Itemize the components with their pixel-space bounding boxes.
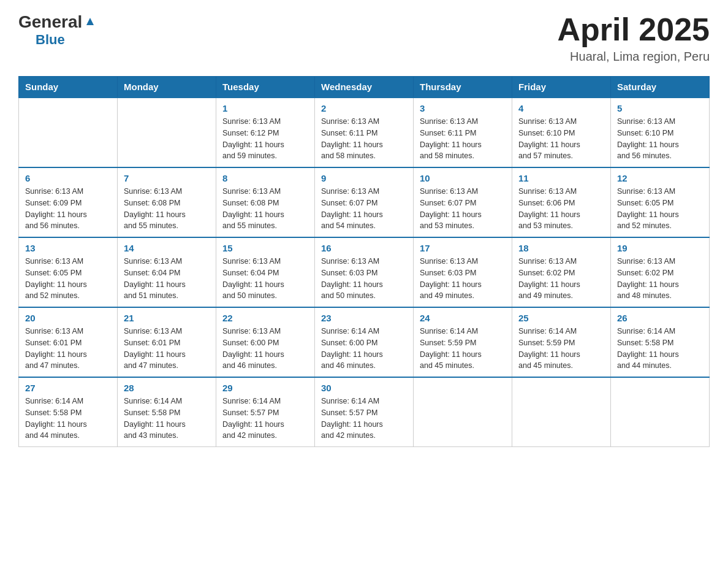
calendar-week-2: 6Sunrise: 6:13 AM Sunset: 6:09 PM Daylig… — [19, 167, 710, 237]
calendar-cell: 16Sunrise: 6:13 AM Sunset: 6:03 PM Dayli… — [315, 237, 414, 307]
day-number: 17 — [420, 243, 506, 253]
day-info: Sunrise: 6:13 AM Sunset: 6:05 PM Dayligh… — [25, 256, 111, 302]
day-number: 5 — [617, 103, 703, 113]
day-info: Sunrise: 6:13 AM Sunset: 6:12 PM Dayligh… — [222, 116, 308, 162]
weekday-header-monday: Monday — [118, 77, 216, 98]
calendar-cell: 26Sunrise: 6:14 AM Sunset: 5:58 PM Dayli… — [611, 307, 710, 377]
svg-marker-0 — [86, 18, 94, 25]
day-number: 6 — [25, 173, 111, 183]
day-info: Sunrise: 6:14 AM Sunset: 5:59 PM Dayligh… — [518, 326, 604, 372]
day-number: 28 — [124, 383, 210, 393]
calendar-cell: 25Sunrise: 6:14 AM Sunset: 5:59 PM Dayli… — [512, 307, 611, 377]
calendar-cell — [414, 377, 512, 447]
day-info: Sunrise: 6:14 AM Sunset: 5:57 PM Dayligh… — [321, 396, 407, 442]
calendar-cell: 14Sunrise: 6:13 AM Sunset: 6:04 PM Dayli… — [118, 237, 216, 307]
day-number: 2 — [321, 103, 407, 113]
day-number: 15 — [222, 243, 308, 253]
calendar-cell: 19Sunrise: 6:13 AM Sunset: 6:02 PM Dayli… — [611, 237, 710, 307]
weekday-header-friday: Friday — [512, 77, 611, 98]
day-number: 24 — [420, 313, 506, 323]
day-info: Sunrise: 6:13 AM Sunset: 6:07 PM Dayligh… — [321, 186, 407, 232]
calendar-cell: 8Sunrise: 6:13 AM Sunset: 6:08 PM Daylig… — [216, 167, 315, 237]
title-block: April 2025 Huaral, Lima region, Peru — [557, 12, 710, 64]
day-info: Sunrise: 6:13 AM Sunset: 6:04 PM Dayligh… — [222, 256, 308, 302]
weekday-header-sunday: Sunday — [19, 77, 118, 98]
weekday-header-wednesday: Wednesday — [315, 77, 414, 98]
calendar-header-row: SundayMondayTuesdayWednesdayThursdayFrid… — [19, 77, 710, 98]
day-info: Sunrise: 6:13 AM Sunset: 6:06 PM Dayligh… — [518, 186, 604, 232]
calendar-cell: 11Sunrise: 6:13 AM Sunset: 6:06 PM Dayli… — [512, 167, 611, 237]
calendar-cell — [118, 98, 216, 167]
calendar-week-3: 13Sunrise: 6:13 AM Sunset: 6:05 PM Dayli… — [19, 237, 710, 307]
day-number: 11 — [518, 173, 604, 183]
day-number: 18 — [518, 243, 604, 253]
day-number: 10 — [420, 173, 506, 183]
day-info: Sunrise: 6:13 AM Sunset: 6:03 PM Dayligh… — [321, 256, 407, 302]
day-info: Sunrise: 6:13 AM Sunset: 6:02 PM Dayligh… — [617, 256, 703, 302]
weekday-header-tuesday: Tuesday — [216, 77, 315, 98]
day-info: Sunrise: 6:13 AM Sunset: 6:05 PM Dayligh… — [617, 186, 703, 232]
calendar-cell: 13Sunrise: 6:13 AM Sunset: 6:05 PM Dayli… — [19, 237, 118, 307]
day-number: 26 — [617, 313, 703, 323]
calendar-cell: 21Sunrise: 6:13 AM Sunset: 6:01 PM Dayli… — [118, 307, 216, 377]
calendar-cell: 28Sunrise: 6:14 AM Sunset: 5:58 PM Dayli… — [118, 377, 216, 447]
calendar-cell: 20Sunrise: 6:13 AM Sunset: 6:01 PM Dayli… — [19, 307, 118, 377]
day-info: Sunrise: 6:13 AM Sunset: 6:01 PM Dayligh… — [124, 326, 210, 372]
day-info: Sunrise: 6:13 AM Sunset: 6:07 PM Dayligh… — [420, 186, 506, 232]
day-info: Sunrise: 6:13 AM Sunset: 6:10 PM Dayligh… — [617, 116, 703, 162]
day-info: Sunrise: 6:13 AM Sunset: 6:03 PM Dayligh… — [420, 256, 506, 302]
weekday-header-thursday: Thursday — [414, 77, 512, 98]
calendar-cell: 2Sunrise: 6:13 AM Sunset: 6:11 PM Daylig… — [315, 98, 414, 167]
day-info: Sunrise: 6:14 AM Sunset: 5:58 PM Dayligh… — [124, 396, 210, 442]
day-info: Sunrise: 6:13 AM Sunset: 6:00 PM Dayligh… — [222, 326, 308, 372]
day-number: 7 — [124, 173, 210, 183]
calendar-cell: 23Sunrise: 6:14 AM Sunset: 6:00 PM Dayli… — [315, 307, 414, 377]
day-info: Sunrise: 6:13 AM Sunset: 6:04 PM Dayligh… — [124, 256, 210, 302]
calendar-week-1: 1Sunrise: 6:13 AM Sunset: 6:12 PM Daylig… — [19, 98, 710, 167]
calendar-cell: 24Sunrise: 6:14 AM Sunset: 5:59 PM Dayli… — [414, 307, 512, 377]
day-number: 21 — [124, 313, 210, 323]
calendar-cell: 15Sunrise: 6:13 AM Sunset: 6:04 PM Dayli… — [216, 237, 315, 307]
logo-blue-text: Blue — [36, 32, 65, 48]
day-number: 1 — [222, 103, 308, 113]
calendar-cell: 30Sunrise: 6:14 AM Sunset: 5:57 PM Dayli… — [315, 377, 414, 447]
day-number: 23 — [321, 313, 407, 323]
day-info: Sunrise: 6:13 AM Sunset: 6:11 PM Dayligh… — [420, 116, 506, 162]
calendar-cell: 6Sunrise: 6:13 AM Sunset: 6:09 PM Daylig… — [19, 167, 118, 237]
day-number: 22 — [222, 313, 308, 323]
calendar-cell: 10Sunrise: 6:13 AM Sunset: 6:07 PM Dayli… — [414, 167, 512, 237]
day-info: Sunrise: 6:14 AM Sunset: 5:58 PM Dayligh… — [25, 396, 111, 442]
calendar-cell: 29Sunrise: 6:14 AM Sunset: 5:57 PM Dayli… — [216, 377, 315, 447]
day-info: Sunrise: 6:13 AM Sunset: 6:08 PM Dayligh… — [124, 186, 210, 232]
page-header: General Blue April 2025 Huaral, Lima reg… — [18, 12, 710, 64]
day-number: 4 — [518, 103, 604, 113]
calendar-cell: 3Sunrise: 6:13 AM Sunset: 6:11 PM Daylig… — [414, 98, 512, 167]
calendar-week-4: 20Sunrise: 6:13 AM Sunset: 6:01 PM Dayli… — [19, 307, 710, 377]
calendar-cell: 18Sunrise: 6:13 AM Sunset: 6:02 PM Dayli… — [512, 237, 611, 307]
calendar-cell: 12Sunrise: 6:13 AM Sunset: 6:05 PM Dayli… — [611, 167, 710, 237]
calendar-cell: 27Sunrise: 6:14 AM Sunset: 5:58 PM Dayli… — [19, 377, 118, 447]
day-number: 3 — [420, 103, 506, 113]
calendar-cell: 9Sunrise: 6:13 AM Sunset: 6:07 PM Daylig… — [315, 167, 414, 237]
day-info: Sunrise: 6:13 AM Sunset: 6:08 PM Dayligh… — [222, 186, 308, 232]
logo: General Blue — [18, 12, 97, 48]
subtitle: Huaral, Lima region, Peru — [557, 50, 710, 64]
day-number: 13 — [25, 243, 111, 253]
calendar-table: SundayMondayTuesdayWednesdayThursdayFrid… — [18, 76, 710, 447]
calendar-cell: 4Sunrise: 6:13 AM Sunset: 6:10 PM Daylig… — [512, 98, 611, 167]
day-info: Sunrise: 6:13 AM Sunset: 6:11 PM Dayligh… — [321, 116, 407, 162]
day-info: Sunrise: 6:14 AM Sunset: 5:58 PM Dayligh… — [617, 326, 703, 372]
weekday-header-saturday: Saturday — [611, 77, 710, 98]
day-info: Sunrise: 6:13 AM Sunset: 6:10 PM Dayligh… — [518, 116, 604, 162]
day-info: Sunrise: 6:13 AM Sunset: 6:02 PM Dayligh… — [518, 256, 604, 302]
day-info: Sunrise: 6:14 AM Sunset: 5:59 PM Dayligh… — [420, 326, 506, 372]
calendar-cell: 1Sunrise: 6:13 AM Sunset: 6:12 PM Daylig… — [216, 98, 315, 167]
calendar-cell — [611, 377, 710, 447]
day-info: Sunrise: 6:13 AM Sunset: 6:01 PM Dayligh… — [25, 326, 111, 372]
calendar-week-5: 27Sunrise: 6:14 AM Sunset: 5:58 PM Dayli… — [19, 377, 710, 447]
day-number: 8 — [222, 173, 308, 183]
calendar-cell — [512, 377, 611, 447]
day-number: 12 — [617, 173, 703, 183]
logo-triangle-icon — [83, 14, 97, 28]
day-number: 14 — [124, 243, 210, 253]
